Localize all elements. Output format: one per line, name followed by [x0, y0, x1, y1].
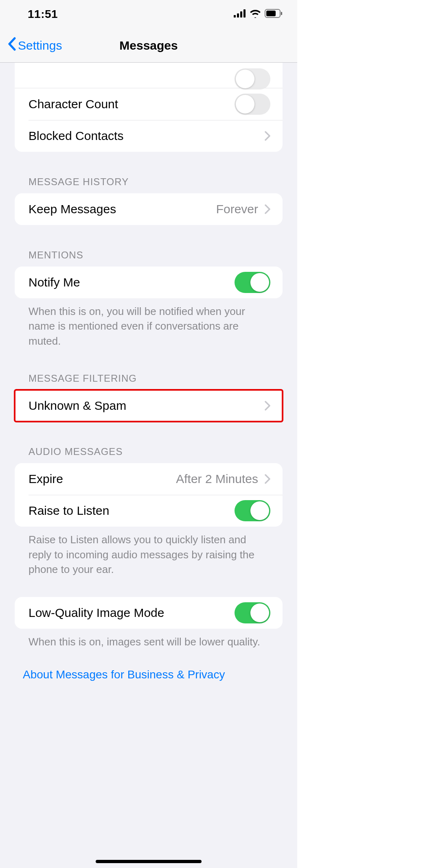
footer-lowq: When this is on, images sent will be low… — [15, 629, 283, 649]
group-top: Character Count Blocked Contacts — [15, 63, 283, 152]
row-unknown-spam[interactable]: Unknown & Spam — [15, 390, 283, 422]
value-keep-messages: Forever — [216, 202, 258, 216]
battery-icon — [265, 9, 283, 20]
svg-rect-5 — [266, 11, 276, 16]
chevron-right-icon — [265, 204, 270, 214]
svg-rect-1 — [237, 13, 239, 17]
back-label: Settings — [18, 39, 62, 52]
back-button[interactable]: Settings — [0, 37, 62, 54]
status-time: 11:51 — [28, 8, 58, 21]
header-mentions: MENTIONS — [15, 225, 283, 267]
nav-bar: Settings Messages — [0, 28, 297, 63]
header-message-filtering: MESSAGE FILTERING — [15, 348, 283, 390]
chevron-right-icon — [265, 131, 270, 141]
chevron-right-icon — [265, 474, 270, 484]
label-unknown-spam: Unknown & Spam — [29, 399, 265, 413]
row-raise-to-listen[interactable]: Raise to Listen — [15, 495, 283, 527]
label-blocked-contacts: Blocked Contacts — [29, 129, 265, 143]
label-low-quality: Low-Quality Image Mode — [29, 606, 235, 620]
svg-rect-3 — [243, 9, 246, 17]
group-history: Keep Messages Forever — [15, 193, 283, 225]
chevron-left-icon — [7, 37, 16, 54]
label-expire: Expire — [29, 472, 176, 486]
svg-rect-0 — [234, 15, 236, 17]
svg-rect-6 — [281, 12, 282, 15]
home-indicator[interactable] — [96, 860, 202, 863]
svg-rect-2 — [240, 11, 242, 17]
label-character-count: Character Count — [29, 97, 235, 111]
wifi-icon — [249, 9, 261, 20]
link-about-business-privacy[interactable]: About Messages for Business & Privacy — [15, 649, 283, 689]
row-peek — [15, 63, 283, 88]
row-keep-messages[interactable]: Keep Messages Forever — [15, 193, 283, 225]
status-icons — [234, 9, 283, 20]
toggle-raise-to-listen[interactable] — [235, 500, 270, 521]
toggle-notify-me[interactable] — [235, 272, 270, 293]
toggle-low-quality[interactable] — [235, 602, 270, 623]
row-expire[interactable]: Expire After 2 Minutes — [15, 463, 283, 495]
row-blocked-contacts[interactable]: Blocked Contacts — [15, 120, 283, 152]
label-notify-me: Notify Me — [29, 275, 235, 289]
footer-audio: Raise to Listen allows you to quickly li… — [15, 527, 283, 577]
cellular-icon — [234, 9, 246, 19]
chevron-right-icon — [265, 401, 270, 411]
toggle-peek[interactable] — [235, 68, 270, 90]
group-filtering: Unknown & Spam — [15, 390, 283, 422]
group-audio: Expire After 2 Minutes Raise to Listen — [15, 463, 283, 527]
label-raise-to-listen: Raise to Listen — [29, 504, 235, 518]
row-character-count[interactable]: Character Count — [15, 88, 283, 120]
row-notify-me[interactable]: Notify Me — [15, 267, 283, 298]
header-audio-messages: AUDIO MESSAGES — [15, 422, 283, 463]
header-message-history: MESSAGE HISTORY — [15, 152, 283, 193]
row-low-quality-image-mode[interactable]: Low-Quality Image Mode — [15, 597, 283, 629]
footer-mentions: When this is on, you will be notified wh… — [15, 298, 283, 348]
group-mentions: Notify Me — [15, 267, 283, 298]
status-bar: 11:51 — [0, 0, 297, 28]
group-lowq: Low-Quality Image Mode — [15, 597, 283, 629]
value-expire: After 2 Minutes — [176, 472, 258, 486]
label-keep-messages: Keep Messages — [29, 202, 216, 216]
toggle-character-count[interactable] — [235, 94, 270, 115]
